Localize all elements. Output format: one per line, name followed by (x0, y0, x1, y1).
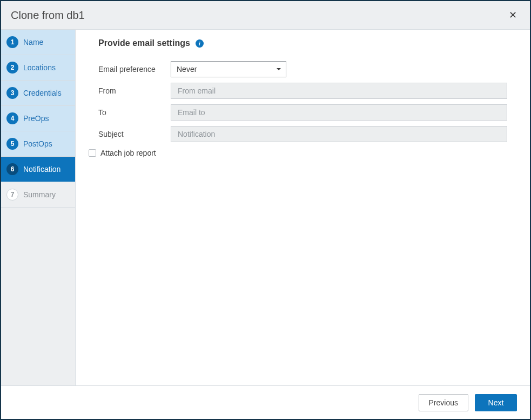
wizard-content: Provide email settings i Email preferenc… (76, 30, 530, 385)
modal-title: Clone from db1 (11, 9, 85, 22)
titlebar: Clone from db1 ✕ (1, 1, 530, 30)
step-postops[interactable]: 5 PostOps (1, 131, 75, 157)
step-badge: 6 (6, 163, 18, 175)
label-attach-report: Attach job report (100, 149, 156, 157)
step-name[interactable]: 1 Name (1, 30, 75, 55)
close-icon[interactable]: ✕ (506, 8, 520, 22)
label-to: To (98, 108, 171, 117)
label-subject: Subject (98, 130, 171, 138)
step-badge: 2 (6, 62, 18, 74)
step-summary[interactable]: 7 Summary (1, 182, 75, 208)
step-credentials[interactable]: 3 Credentials (1, 81, 75, 106)
step-label: Credentials (23, 89, 62, 97)
from-input[interactable] (171, 83, 507, 99)
step-locations[interactable]: 2 Locations (1, 55, 75, 81)
row-email-preference: Email preference Never (98, 60, 507, 78)
step-label: Notification (23, 165, 61, 174)
step-label: Locations (23, 63, 56, 72)
label-from: From (98, 86, 171, 95)
row-attach-report: Attach job report (89, 149, 507, 157)
content-title-row: Provide email settings i (98, 38, 507, 48)
step-label: PreOps (23, 114, 49, 123)
attach-report-checkbox[interactable] (89, 149, 96, 157)
label-email-preference: Email preference (98, 65, 171, 74)
email-preference-select-wrap: Never (171, 61, 286, 77)
wizard-footer: Previous Next (1, 385, 530, 419)
row-to: To (98, 103, 507, 122)
step-preops[interactable]: 4 PreOps (1, 106, 75, 131)
row-subject: Subject (98, 125, 507, 143)
step-badge: 7 (6, 189, 18, 201)
next-button[interactable]: Next (475, 394, 517, 411)
to-input[interactable] (171, 104, 507, 121)
wizard-sidebar: 1 Name 2 Locations 3 Credentials 4 PreOp… (1, 30, 76, 385)
info-icon[interactable]: i (196, 39, 204, 48)
step-notification[interactable]: 6 Notification (1, 157, 75, 182)
row-from: From (98, 82, 507, 100)
step-badge: 5 (6, 138, 18, 150)
email-preference-select[interactable]: Never (171, 61, 286, 77)
clone-wizard-modal: Clone from db1 ✕ 1 Name 2 Locations 3 Cr… (0, 0, 531, 420)
step-label: PostOps (23, 139, 52, 148)
step-label: Name (23, 38, 43, 46)
step-badge: 4 (6, 112, 18, 124)
subject-input[interactable] (171, 126, 507, 142)
content-heading: Provide email settings (98, 38, 190, 48)
modal-body: 1 Name 2 Locations 3 Credentials 4 PreOp… (1, 30, 530, 385)
step-badge: 3 (6, 87, 18, 99)
previous-button[interactable]: Previous (419, 394, 468, 411)
step-badge: 1 (6, 36, 18, 48)
step-label: Summary (23, 190, 56, 199)
